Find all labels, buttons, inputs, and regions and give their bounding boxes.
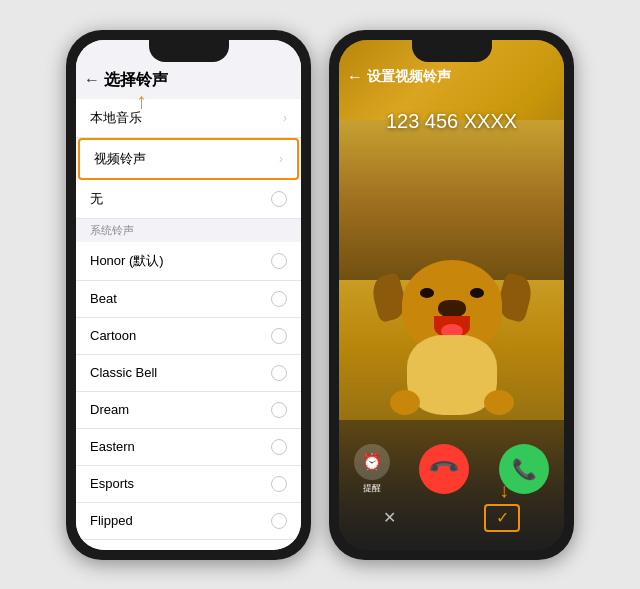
call-actions: ⏰ 提醒 📞 📞 xyxy=(339,444,564,495)
radio-beat[interactable] xyxy=(271,291,287,307)
arrow-down-indicator: ↓ xyxy=(499,479,509,502)
radio-eastern[interactable] xyxy=(271,439,287,455)
chevron-icon-video: › xyxy=(279,152,283,166)
video-ringtone-label: 视频铃声 xyxy=(94,150,146,168)
forest-day-item[interactable]: Forest Day xyxy=(76,540,301,550)
radio-honor[interactable] xyxy=(271,253,287,269)
right-screen: ← 设置视频铃声 123 456 XXXX ⏰ 提醒 📞 📞 xyxy=(339,40,564,550)
beat-item[interactable]: Beat xyxy=(76,281,301,318)
caller-number: 123 456 XXXX xyxy=(339,110,564,133)
local-music-item[interactable]: 本地音乐 › xyxy=(76,99,301,138)
dog-eye-right xyxy=(470,288,484,298)
arrow-up-indicator: ↓ xyxy=(136,91,147,117)
clock-icon: ⏰ xyxy=(354,444,390,480)
decline-button[interactable]: 📞 xyxy=(419,444,469,494)
radio-flipped[interactable] xyxy=(271,513,287,529)
main-container: ← 选择铃声 ↓ 本地音乐 › 视频铃声 › xyxy=(46,10,594,580)
dog-paw-left xyxy=(390,390,420,415)
honor-label: Honor (默认) xyxy=(90,252,164,270)
dog-paw-right xyxy=(484,390,514,415)
cartoon-item[interactable]: Cartoon xyxy=(76,318,301,355)
accept-icon: 📞 xyxy=(512,457,537,481)
left-screen: ← 选择铃声 ↓ 本地音乐 › 视频铃声 › xyxy=(76,40,301,550)
ringtone-list: 本地音乐 › 视频铃声 › 无 系统铃声 xyxy=(76,99,301,550)
back-button-left[interactable]: ← xyxy=(84,71,100,89)
dream-label: Dream xyxy=(90,402,129,417)
eastern-item[interactable]: Eastern xyxy=(76,429,301,466)
system-ringtone-label: 系统铃声 xyxy=(90,223,134,238)
dog-eye-left xyxy=(420,288,434,298)
none-label: 无 xyxy=(90,190,103,208)
notch-left xyxy=(149,40,229,62)
close-x-button[interactable]: ✕ xyxy=(383,508,396,527)
system-ringtone-header: 系统铃声 xyxy=(76,219,301,242)
right-phone: ← 设置视频铃声 123 456 XXXX ⏰ 提醒 📞 📞 xyxy=(329,30,574,560)
confirm-check-button[interactable]: ✓ xyxy=(484,504,520,532)
flipped-item[interactable]: Flipped xyxy=(76,503,301,540)
decline-icon: 📞 xyxy=(427,452,462,487)
beat-label: Beat xyxy=(90,291,117,306)
local-music-label: 本地音乐 xyxy=(90,109,142,127)
cartoon-label: Cartoon xyxy=(90,328,136,343)
page-title-left: 选择铃声 xyxy=(104,70,168,91)
radio-classic-bell[interactable] xyxy=(271,365,287,381)
bottom-actions: ✕ ✓ xyxy=(339,504,564,532)
honor-item[interactable]: Honor (默认) xyxy=(76,242,301,281)
esports-item[interactable]: Esports xyxy=(76,466,301,503)
esports-label: Esports xyxy=(90,476,134,491)
dream-item[interactable]: Dream xyxy=(76,392,301,429)
left-phone: ← 选择铃声 ↓ 本地音乐 › 视频铃声 › xyxy=(66,30,311,560)
classic-bell-item[interactable]: Classic Bell xyxy=(76,355,301,392)
notch-right xyxy=(412,40,492,62)
flipped-label: Flipped xyxy=(90,513,133,528)
reminder-button[interactable]: ⏰ 提醒 xyxy=(354,444,390,495)
page-title-right: 设置视频铃声 xyxy=(367,68,451,86)
bg-pattern xyxy=(339,120,564,280)
classic-bell-label: Classic Bell xyxy=(90,365,157,380)
reminder-label: 提醒 xyxy=(363,482,381,495)
radio-esports[interactable] xyxy=(271,476,287,492)
none-item[interactable]: 无 xyxy=(76,180,301,219)
radio-cartoon[interactable] xyxy=(271,328,287,344)
back-button-right[interactable]: ← xyxy=(347,68,363,86)
radio-dream[interactable] xyxy=(271,402,287,418)
check-icon: ✓ xyxy=(496,508,509,527)
eastern-label: Eastern xyxy=(90,439,135,454)
radio-none[interactable] xyxy=(271,191,287,207)
video-ringtone-item[interactable]: 视频铃声 › xyxy=(78,138,299,180)
chevron-icon: › xyxy=(283,111,287,125)
dog-illustration xyxy=(382,260,522,430)
